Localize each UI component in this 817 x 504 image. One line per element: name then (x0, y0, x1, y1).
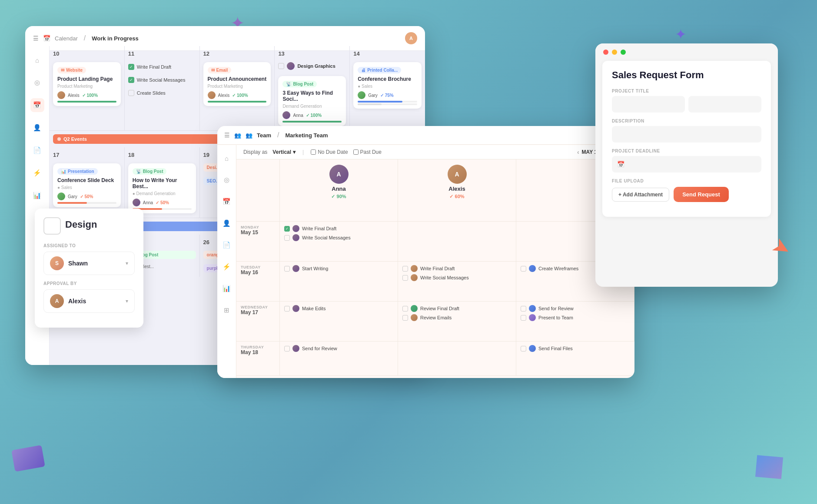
progress-bar-blog2 (133, 208, 192, 210)
task-pct-blog2: ✓ 50% (156, 200, 169, 205)
team-sidebar-chart[interactable]: ⚡ (220, 260, 234, 274)
sidebar-analytics[interactable]: 📊 (30, 189, 44, 202)
anna-pct: ✓ 90% (331, 194, 346, 199)
check-send-final-files[interactable] (521, 346, 526, 351)
check-create-wireframes[interactable] (521, 266, 526, 272)
check-write-social-box[interactable]: ✓ (128, 77, 134, 83)
no-due-label: No Due Date (318, 149, 348, 155)
alexis-tue-task2: Write Social Messages (402, 274, 511, 281)
banner-dot-1 (57, 137, 61, 141)
task-card-blog2[interactable]: 📡 Blog Post How to Write Your Best... ● … (128, 163, 196, 213)
date-prev[interactable]: ‹ (577, 149, 579, 156)
team-menu-icon[interactable]: ☰ (224, 132, 230, 139)
alexis-thursday (398, 342, 516, 376)
assignee-name-shawn: Shawn (68, 260, 121, 267)
check-create-slides-box[interactable] (128, 90, 134, 96)
sidebar-search[interactable]: ◎ (30, 76, 44, 90)
task-tag-blog: 📡 Blog Post (282, 81, 317, 87)
task-card-printed[interactable]: 🖨 Printed Colla... Conference Brochure ●… (353, 62, 422, 109)
check-present-to-team[interactable] (521, 315, 526, 321)
sidebar-docs[interactable]: 📄 (30, 143, 44, 157)
check-write-final-box[interactable]: ✓ (128, 64, 134, 70)
task-avatar-gary (358, 91, 365, 99)
assignee-dropdown[interactable]: S Shawn ▾ (43, 252, 135, 275)
sidebar-users[interactable]: 👤 (30, 121, 44, 135)
task-card-presentation[interactable]: 📊 Presentation Conference Slide Deck ● S… (53, 163, 121, 207)
check-review-final[interactable] (402, 306, 408, 312)
alexis-tuesday: Write Final Draft Write Social Messages (398, 262, 516, 302)
team-sidebar-cal[interactable]: 📅 (220, 195, 234, 209)
no-due-date-filter[interactable]: No Due Date (311, 149, 348, 155)
task-footer-announcement: Alexis ✓ 100% (208, 91, 267, 99)
win-maximize-btn[interactable] (621, 50, 626, 55)
blob-bottom-right (755, 455, 783, 479)
design-graphics-check[interactable] (278, 63, 284, 69)
anna-wed-task1: Make Edits (284, 305, 393, 312)
sidebar-calendar[interactable]: 📅 (30, 98, 44, 112)
task-card-blog[interactable]: 📡 Blog Post 3 Easy Ways to Find Soci... … (278, 76, 346, 126)
design-card-title: Design (65, 219, 97, 230)
design-graphics-item: Design Graphics (278, 62, 346, 70)
design-check[interactable] (43, 217, 61, 235)
add-attachment-button[interactable]: + Add Attachment (612, 188, 669, 202)
task-create-wireframes: Create Wireframes (538, 266, 578, 271)
sidebar-chart[interactable]: ⚡ (30, 166, 44, 180)
team-body: Display as Vertical ▾ | No Due Date Past… (236, 145, 634, 378)
check-write-final: ✓ Write Final Draft (128, 62, 196, 72)
team-sidebar-settings[interactable]: ⊞ (220, 303, 234, 317)
past-due-checkbox[interactable] (353, 149, 359, 155)
deadline-input[interactable]: 📅 (612, 156, 761, 172)
win-close-btn[interactable] (603, 50, 608, 55)
no-due-checkbox[interactable] (311, 149, 316, 155)
team-sidebar-search[interactable]: ◎ (220, 173, 234, 187)
col3-sm-avatar2 (529, 305, 536, 312)
check-write-social-tue[interactable] (402, 275, 408, 281)
menu-icon[interactable]: ☰ (33, 35, 39, 42)
task-card-website[interactable]: ✉ Website Product Landing Page Product M… (53, 62, 121, 106)
check-write-final-mon[interactable]: ✓ (284, 226, 290, 232)
display-select[interactable]: Vertical ▾ (272, 149, 296, 155)
day-date-may18: May 18 (241, 349, 275, 355)
task-pct-brochure: ✓ 75% (380, 93, 394, 98)
task-write-social-tue: Write Social Messages (420, 275, 469, 280)
check-write-final-tue[interactable] (402, 266, 408, 272)
deadline-calendar-icon: 📅 (617, 161, 624, 168)
project-title-input-1[interactable] (612, 96, 685, 113)
team-sidebar-analytics[interactable]: 📊 (220, 282, 234, 295)
check-send-for-review-thu[interactable] (284, 346, 290, 351)
check-send-for-review[interactable] (521, 306, 526, 312)
check-review-emails[interactable] (402, 315, 408, 321)
calendar-icon: 📅 (43, 35, 50, 42)
task-assignee-anna2: Anna (143, 200, 153, 205)
progress-fill-blog (282, 121, 342, 123)
check-start-writing[interactable] (284, 266, 290, 272)
project-title-label: PROJECT TITLE (612, 89, 761, 93)
anna-wednesday: Make Edits (280, 302, 398, 342)
team-sidebar-users[interactable]: 👤 (220, 216, 234, 230)
task-assignee-alexis2: Alexis (218, 93, 230, 98)
cal-col-10: 10 ✉ Website Product Landing Page Produc… (50, 46, 125, 130)
check-make-edits[interactable] (284, 306, 290, 312)
cal-col-14: 14 🖨 Printed Colla... Conference Brochur… (350, 46, 425, 130)
description-input[interactable] (612, 126, 761, 143)
task-card-email[interactable]: ✉ Email Product Announcement Product Mar… (203, 62, 271, 106)
team-sidebar-docs[interactable]: 📄 (220, 238, 234, 252)
task-title-landing: Product Landing Page (57, 76, 116, 82)
win-minimize-btn[interactable] (612, 50, 617, 55)
task-send-final-files: Send Final Files (538, 346, 573, 351)
cal-col-11: 11 ✓ Write Final Draft ✓ Write Social Me… (125, 46, 200, 130)
check-write-social-mon[interactable] (284, 235, 290, 241)
approver-dropdown[interactable]: A Alexis ▾ (43, 289, 135, 313)
sidebar-home[interactable]: ⌂ (30, 53, 44, 67)
team-sidebar-home[interactable]: ⌂ (220, 151, 234, 165)
send-request-button[interactable]: Send Request (674, 187, 729, 202)
check-write-social-label: Write Social Messages (137, 77, 186, 83)
display-as-label: Display as (243, 149, 267, 155)
day-date-may17: May 17 (241, 309, 275, 315)
task-tag-website: ✉ Website (57, 67, 86, 73)
task-send-for-review-thu: Send for Review (302, 346, 337, 351)
project-title-input-2[interactable] (688, 96, 761, 113)
past-due-filter[interactable]: Past Due (353, 149, 382, 155)
col3-sm-avatar (529, 265, 536, 272)
assigned-to-label: ASSIGNED TO (43, 243, 135, 248)
